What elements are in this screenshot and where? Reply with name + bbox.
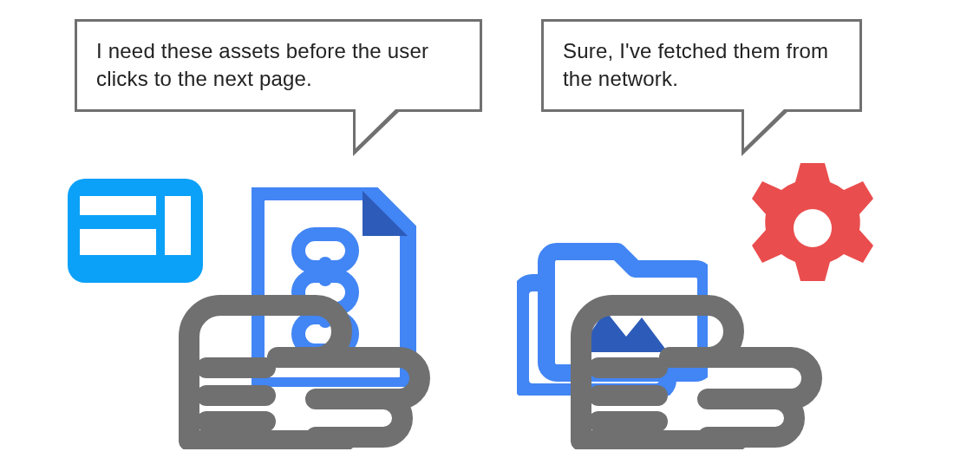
speech-bubble-request: I need these assets before the user clic… — [75, 19, 482, 112]
speech-text: I need these assets before the user clic… — [96, 39, 428, 90]
speech-bubble-response: Sure, I've fetched them from the network… — [541, 19, 862, 112]
speech-text: Sure, I've fetched them from the network… — [563, 39, 828, 90]
svg-rect-1 — [80, 196, 156, 215]
svg-point-16 — [794, 209, 832, 247]
speech-tail — [353, 109, 402, 156]
hand-icon — [172, 267, 441, 453]
speech-tail — [742, 109, 790, 156]
diagram-stage: I need these assets before the user clic… — [0, 0, 980, 458]
svg-rect-2 — [80, 229, 156, 255]
gear-icon — [739, 154, 886, 305]
svg-rect-3 — [165, 196, 191, 255]
